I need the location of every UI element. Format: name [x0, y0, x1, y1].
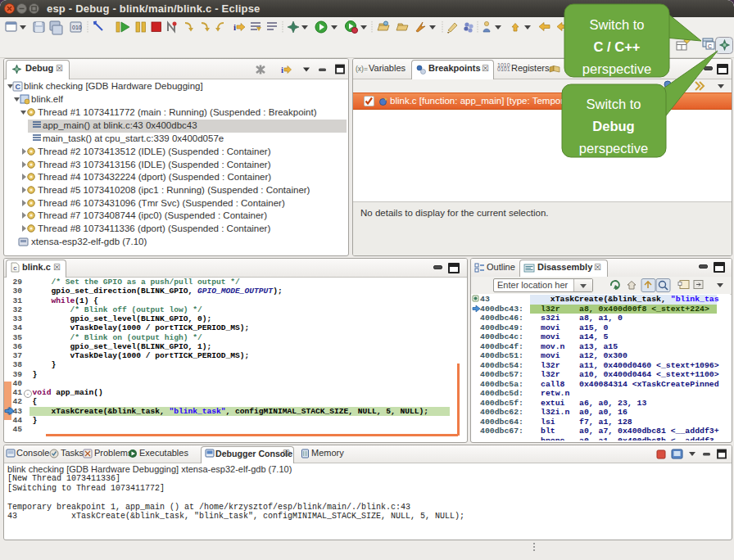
svg-text:Switch to: Switch to [590, 17, 645, 32]
svg-text:Switch to: Switch to [587, 97, 641, 111]
svg-text:C: C [16, 83, 21, 91]
svg-text:i: i [281, 65, 283, 75]
svg-text:perspective: perspective [582, 61, 651, 76]
svg-text:i: i [233, 22, 236, 32]
svg-text:Debug: Debug [592, 119, 634, 133]
svg-text:010: 010 [72, 25, 82, 30]
svg-text:C / C++: C / C++ [594, 39, 641, 54]
svg-text:perspective: perspective [579, 141, 648, 156]
svg-text:c: c [13, 264, 17, 272]
